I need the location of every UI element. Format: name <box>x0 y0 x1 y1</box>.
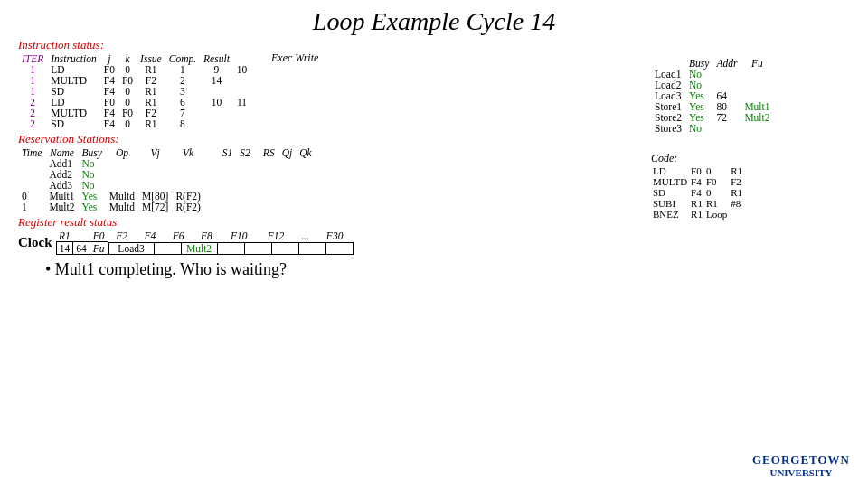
table-row: 2 SDF40 R1 8 <box>18 118 250 129</box>
table-row: Add1No <box>18 158 316 169</box>
clock-label: Clock <box>18 235 52 250</box>
table-row: 2 MULTDF4F0 F2 7 <box>18 108 250 118</box>
table-row: SUBIR1R1#8 <box>651 198 744 209</box>
table-row: R1 F0F2F4F6F8F10F12...F30 <box>56 230 354 242</box>
code-table: LDF00R1 MULTDF4F0F2 SDF40R1 SUBIR1R1#8 B <box>651 165 744 220</box>
table-row: Add2No <box>18 169 316 180</box>
instruction-table: ITER Instruction j k Issue Comp. Result … <box>18 53 250 129</box>
table-row: Store3No <box>651 123 774 134</box>
table-row: LDF00R1 <box>651 165 744 176</box>
table-row: 1 SDF40 R1 3 <box>18 86 250 97</box>
table-row: SDF40R1 <box>651 187 744 198</box>
table-row: 1 MULTDF4F0 F2 214 <box>18 75 250 86</box>
bullet-text: • Mult1 completing. Who is waiting? <box>18 260 850 279</box>
table-row: Load2No <box>651 80 774 90</box>
exec-write-header: Exec Write <box>271 52 318 65</box>
table-row: 0Mult1YesMultdM[80]R(F2) <box>18 191 316 202</box>
instruction-status-label: Instruction status: <box>18 38 642 52</box>
register-label: Register result status <box>18 215 642 230</box>
table-row: Store2Yes72Mult2 <box>651 112 774 123</box>
table-row: 14 64 Fu Load3 Mult2 <box>56 242 354 255</box>
table-row: 2 LDF00 R1 61011 <box>18 97 250 108</box>
table-row: Load1No <box>651 69 774 80</box>
table-row: BNEZR1Loop <box>651 209 744 220</box>
reservation-label: Reservation Stations: <box>18 132 642 146</box>
table-row: Store1Yes80Mult1 <box>651 101 774 112</box>
table-row: 1Mult2YesMultdM[72]R(F2) <box>18 202 316 212</box>
table-row: Load3Yes64 <box>651 90 774 101</box>
page-title: Loop Example Cycle 14 <box>0 0 868 36</box>
reservation-table: TimeNameBusyOpVjVk S1S2 RS QjQk Add1No A… <box>18 147 316 212</box>
register-table: R1 F0F2F4F6F8F10F12...F30 14 64 Fu <box>56 230 354 255</box>
code-label: Code: <box>651 152 677 164</box>
busy-table: Busy Addr Fu Load1No Load2No Load3Yes64 <box>651 58 774 134</box>
table-row: MULTDF4F0F2 <box>651 176 744 187</box>
table-row: Add3No <box>18 180 316 191</box>
table-row: 1 LDF00 R1 1910 <box>18 64 250 75</box>
georgetown-logo: GEORGETOWN UNIVERSITY <box>752 453 850 479</box>
